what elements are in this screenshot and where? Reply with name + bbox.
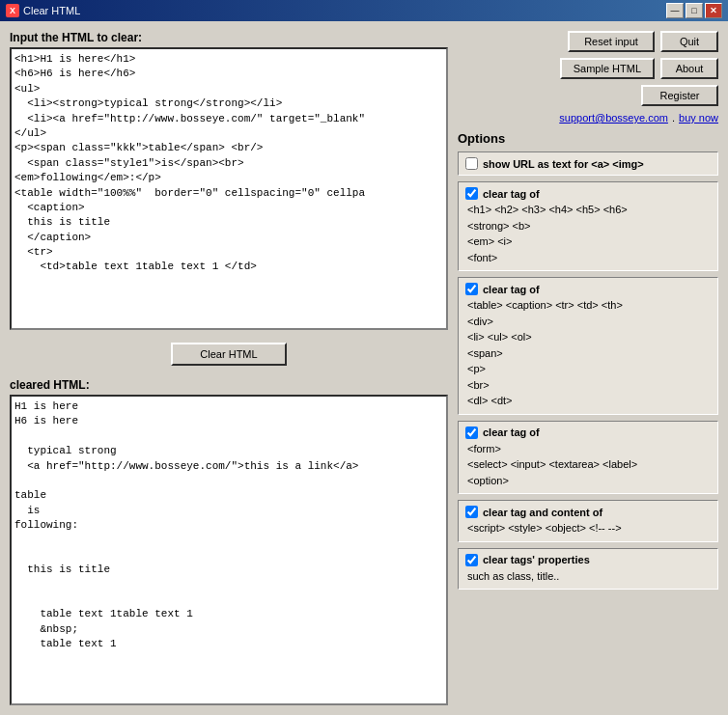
option-5-checkbox[interactable] — [465, 506, 478, 518]
option-4-detail: <form><select> <input> <textarea> <label… — [465, 441, 711, 489]
clear-html-button[interactable]: Clear HTML — [171, 343, 287, 366]
option-1-checkbox[interactable] — [465, 157, 478, 170]
input-textarea-container: <h1>H1 is here</h1> <h6>H6 is here</h6> … — [10, 47, 448, 330]
option-box-2: clear tag of <h1> <h2> <h3> <h4> <h5> <h… — [458, 181, 718, 271]
right-panel: Reset input Quit Sample HTML About Regis… — [458, 31, 718, 705]
option-6-detail: such as class, title.. — [465, 568, 711, 585]
buttons-row-2: Sample HTML About — [458, 58, 718, 79]
options-label: Options — [458, 131, 718, 146]
option-5-header: clear tag and content of — [465, 506, 711, 518]
output-label: cleared HTML: — [10, 378, 448, 392]
option-1-header: show URL as text for <a> <img> — [465, 157, 711, 170]
option-2-detail: <h1> <h2> <h3> <h4> <h5> <h6><strong> <b… — [465, 202, 711, 265]
option-2-label: clear tag of — [483, 188, 540, 200]
input-section: Input the HTML to clear: <h1>H1 is here<… — [10, 31, 448, 330]
title-bar-buttons[interactable]: — □ ✕ — [666, 3, 722, 18]
option-6-label: clear tags' properties — [483, 554, 590, 565]
option-3-checkbox[interactable] — [465, 283, 478, 295]
option-3-header: clear tag of — [465, 283, 711, 295]
option-4-checkbox[interactable] — [465, 426, 478, 439]
option-box-4: clear tag of <form><select> <input> <tex… — [458, 421, 718, 495]
title-bar: X Clear HTML — □ ✕ — [0, 0, 728, 21]
quit-button[interactable]: Quit — [660, 31, 718, 52]
dot-separator: . — [672, 112, 675, 124]
option-3-detail: <table> <caption> <tr> <td> <th><div><li… — [465, 297, 711, 409]
sample-html-button[interactable]: Sample HTML — [560, 58, 655, 79]
window-title: Clear HTML — [23, 5, 80, 16]
option-4-label: clear tag of — [483, 426, 540, 438]
support-email-link[interactable]: support@bosseye.com — [559, 112, 668, 124]
buy-now-link[interactable]: buy now — [679, 112, 718, 124]
output-textarea[interactable]: H1 is here H6 is here typical strong <a … — [10, 395, 448, 705]
output-textarea-container: H1 is here H6 is here typical strong <a … — [10, 395, 448, 705]
option-box-1: show URL as text for <a> <img> — [458, 151, 718, 176]
option-box-6: clear tags' properties such as class, ti… — [458, 548, 718, 591]
option-6-header: clear tags' properties — [465, 554, 711, 566]
input-textarea[interactable]: <h1>H1 is here</h1> <h6>H6 is here</h6> … — [10, 47, 448, 330]
buttons-row-3: Register — [458, 85, 718, 106]
output-section: cleared HTML: H1 is here H6 is here typi… — [10, 378, 448, 705]
app-icon: X — [6, 4, 19, 17]
option-6-checkbox[interactable] — [465, 554, 478, 566]
option-1-label: show URL as text for <a> <img> — [483, 158, 644, 170]
option-2-checkbox[interactable] — [465, 187, 478, 200]
option-box-5: clear tag and content of <script> <style… — [458, 500, 718, 542]
link-row: support@bosseye.com . buy now — [458, 112, 718, 124]
option-5-detail: <script> <style> <object> <!-- --> — [465, 520, 711, 536]
register-button[interactable]: Register — [641, 85, 718, 106]
option-box-3: clear tag of <table> <caption> <tr> <td>… — [458, 277, 718, 415]
title-bar-left: X Clear HTML — [6, 4, 80, 17]
main-content: Input the HTML to clear: <h1>H1 is here<… — [0, 21, 728, 715]
option-2-header: clear tag of — [465, 187, 711, 200]
minimize-button[interactable]: — — [666, 3, 684, 18]
option-3-label: clear tag of — [483, 284, 540, 295]
reset-input-button[interactable]: Reset input — [568, 31, 655, 52]
option-4-header: clear tag of — [465, 426, 711, 439]
close-button[interactable]: ✕ — [705, 3, 722, 18]
about-button[interactable]: About — [660, 58, 718, 79]
option-5-label: clear tag and content of — [483, 507, 602, 518]
buttons-row-1: Reset input Quit — [458, 31, 718, 52]
input-label: Input the HTML to clear: — [10, 31, 448, 44]
left-panel: Input the HTML to clear: <h1>H1 is here<… — [10, 31, 448, 705]
maximize-button[interactable]: □ — [686, 3, 703, 18]
clear-btn-container: Clear HTML — [10, 338, 448, 371]
